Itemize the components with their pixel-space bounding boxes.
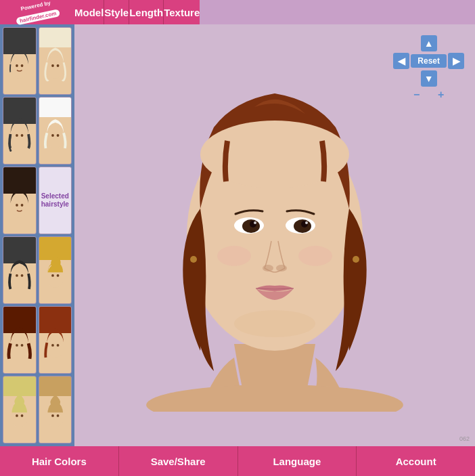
svg-point-14 (21, 204, 24, 207)
bottom-nav: Hair Colors Save/Share Language Account (0, 446, 475, 476)
sidebar-row-6 (3, 376, 72, 443)
svg-point-50 (353, 256, 359, 263)
sidebar-row-5 (3, 306, 72, 374)
zoom-in-button[interactable]: + (434, 88, 448, 102)
header-row: Powered by hairfinder.com Model Style Le… (0, 0, 475, 24)
nav-account[interactable]: Account (357, 446, 475, 476)
sidebar-row-4 (3, 236, 72, 304)
nav-up-arrow[interactable]: ▲ (421, 35, 437, 51)
svg-point-31 (51, 414, 54, 417)
svg-point-33 (146, 385, 403, 412)
svg-point-10 (51, 134, 54, 137)
sidebar-row-2 (3, 97, 72, 165)
selected-label: Selected hairstyle (39, 190, 72, 211)
preview-area: ▲ ◀ Reset ▶ ▼ − + (74, 24, 475, 446)
svg-point-17 (21, 274, 24, 277)
brand-name: hairfinder.com (16, 9, 61, 26)
sidebar-row-3: Selected hairstyle (3, 167, 72, 234)
svg-point-47 (298, 246, 332, 266)
nav-length[interactable]: Length (129, 0, 164, 24)
hairstyle-thumb-10[interactable] (39, 306, 72, 374)
sidebar-row-1 (3, 27, 72, 95)
hairstyle-thumb-selected[interactable]: Selected hairstyle (39, 167, 72, 234)
hairstyle-thumb-5[interactable] (3, 167, 37, 234)
svg-point-35 (200, 121, 349, 188)
nav-save-share[interactable]: Save/Share (119, 446, 238, 476)
svg-point-8 (21, 134, 24, 137)
svg-point-12 (10, 195, 28, 218)
svg-point-22 (16, 344, 18, 347)
svg-point-19 (51, 274, 54, 277)
svg-point-42 (254, 221, 256, 224)
nav-right-arrow[interactable]: ▶ (448, 53, 464, 69)
svg-point-5 (56, 64, 59, 67)
face-preview (133, 46, 417, 425)
svg-point-7 (16, 134, 18, 137)
nav-texture[interactable]: Texture (164, 0, 200, 24)
svg-point-0 (10, 56, 28, 79)
svg-point-43 (305, 221, 308, 224)
svg-point-21 (10, 334, 28, 358)
hairstyle-thumb-4[interactable] (39, 97, 72, 165)
svg-point-9 (46, 125, 64, 148)
svg-point-48 (234, 310, 315, 337)
sidebar: Selected hairstyle (0, 24, 74, 446)
svg-point-16 (16, 274, 18, 277)
svg-point-26 (56, 344, 59, 347)
hairstyle-thumb-7[interactable] (3, 236, 37, 304)
top-nav: Model Style Length Texture (74, 0, 200, 24)
svg-point-28 (16, 414, 18, 417)
nav-model[interactable]: Model (74, 0, 104, 24)
svg-point-11 (56, 134, 59, 137)
nav-language[interactable]: Language (238, 446, 357, 476)
nav-down-row: ▼ (421, 70, 437, 87)
hairstyle-thumb-11[interactable] (3, 376, 37, 443)
hairstyle-thumb-2[interactable] (39, 27, 72, 95)
svg-point-20 (56, 274, 59, 277)
svg-point-32 (56, 414, 59, 417)
hairstyle-thumb-12[interactable] (39, 376, 72, 443)
hairstyle-thumb-9[interactable] (3, 306, 37, 374)
hairstyle-thumb-1[interactable] (3, 27, 37, 95)
nav-style[interactable]: Style (104, 0, 129, 24)
svg-point-4 (51, 64, 54, 67)
svg-point-46 (217, 246, 251, 266)
nav-down-arrow[interactable]: ▼ (421, 70, 437, 87)
svg-point-23 (21, 344, 24, 347)
nav-up-row: ▲ (421, 35, 437, 51)
svg-point-15 (10, 265, 28, 288)
svg-point-44 (263, 265, 273, 272)
svg-point-24 (46, 334, 64, 358)
watermark: 062 (459, 435, 470, 442)
svg-point-3 (46, 56, 64, 79)
svg-point-6 (10, 125, 28, 148)
svg-point-25 (51, 344, 54, 347)
svg-point-1 (16, 64, 18, 67)
svg-point-29 (21, 414, 24, 417)
svg-point-13 (16, 204, 18, 207)
nav-hair-colors[interactable]: Hair Colors (0, 446, 119, 476)
hairstyle-thumb-3[interactable] (3, 97, 37, 165)
svg-point-49 (190, 256, 197, 263)
hairstyle-thumb-8[interactable] (39, 236, 72, 304)
powered-by-badge: Powered by hairfinder.com (0, 0, 74, 24)
svg-point-45 (276, 265, 287, 272)
svg-point-2 (21, 64, 24, 67)
main-area: Selected hairstyle (0, 24, 475, 446)
